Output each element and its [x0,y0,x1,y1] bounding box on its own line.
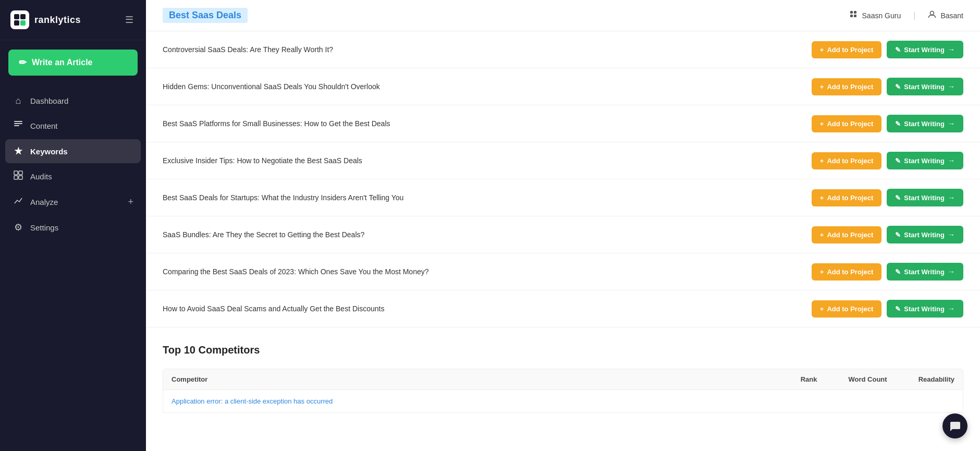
sidebar-item-label: Content [30,121,58,130]
writing-icon: ✎ [895,120,901,128]
saas-guru-label: Saasn Guru [850,10,901,20]
gear-icon: ⚙ [13,222,24,233]
add-to-project-button[interactable]: + Add to Project [812,152,881,169]
sidebar-item-label: Keywords [30,147,68,156]
article-title: SaaS Bundles: Are They the Secret to Get… [163,230,812,239]
article-actions: + Add to Project ✎ Start Writing → [812,78,963,95]
svg-rect-12 [854,11,856,14]
hamburger-button[interactable]: ☰ [123,12,136,28]
sidebar-item-content[interactable]: Content [5,114,141,138]
article-title: Controversial SaaS Deals: Are They Reall… [163,45,812,54]
add-to-project-button[interactable]: + Add to Project [812,226,881,243]
content-area: Controversial SaaS Deals: Are They Reall… [146,31,980,451]
add-to-project-button[interactable]: + Add to Project [812,78,881,95]
svg-rect-1 [20,14,26,19]
sidebar-item-audits[interactable]: Audits [5,164,141,189]
plus-icon: + [820,305,824,313]
table-row: Best SaaS Platforms for Small Businesses… [146,105,980,142]
writing-icon: ✎ [895,83,901,91]
table-row: Comparing the Best SaaS Deals of 2023: W… [146,253,980,290]
writing-icon: ✎ [895,157,901,165]
main-content: Best Saas Deals Saasn Guru | [146,0,980,451]
add-to-project-button[interactable]: + Add to Project [812,189,881,206]
article-title: Best SaaS Platforms for Small Businesses… [163,119,812,128]
svg-rect-0 [14,14,19,19]
start-writing-button[interactable]: ✎ Start Writing → [887,189,963,206]
user-icon [928,10,936,21]
start-writing-button[interactable]: ✎ Start Writing → [887,226,963,243]
article-actions: + Add to Project ✎ Start Writing → [812,300,963,318]
add-to-project-button[interactable]: + Add to Project [812,300,881,318]
topbar-separator: | [913,11,915,20]
table-row: Hidden Gems: Unconventional SaaS Deals Y… [146,68,980,105]
sidebar-item-label: Dashboard [30,96,68,105]
write-article-button[interactable]: ✏ Write an Article [8,50,138,76]
svg-rect-4 [14,121,22,122]
start-writing-button[interactable]: ✎ Start Writing → [887,263,963,281]
article-title: Comparing the Best SaaS Deals of 2023: W… [163,267,812,276]
sidebar-nav: ⌂ Dashboard Content ★ Keywords [0,85,146,243]
svg-rect-6 [14,125,19,126]
start-writing-button[interactable]: ✎ Start Writing → [887,300,963,318]
col-rank: Rank [801,375,817,383]
add-to-project-button[interactable]: + Add to Project [812,41,881,58]
article-actions: + Add to Project ✎ Start Writing → [812,41,963,58]
writing-icon: ✎ [895,305,901,313]
arrow-icon: → [948,193,955,202]
table-row: Best SaaS Deals for Startups: What the I… [146,179,980,216]
sidebar-logo: ranklytics ☰ [0,0,146,40]
add-to-project-button[interactable]: + Add to Project [812,115,881,132]
article-list: Controversial SaaS Deals: Are They Reall… [146,31,980,327]
user-label: Basant [928,10,963,21]
article-actions: + Add to Project ✎ Start Writing → [812,226,963,243]
start-writing-button[interactable]: ✎ Start Writing → [887,115,963,132]
plus-icon: + [820,231,824,239]
sidebar-item-analyze[interactable]: Analyze + [5,190,141,214]
analyze-icon [13,196,24,208]
sidebar-item-dashboard[interactable]: ⌂ Dashboard [5,89,141,113]
content-icon [13,120,24,132]
start-writing-button[interactable]: ✎ Start Writing → [887,78,963,95]
sidebar-item-label: Audits [30,172,52,181]
article-title: Best SaaS Deals for Startups: What the I… [163,193,812,202]
writing-icon: ✎ [895,194,901,202]
add-to-project-button[interactable]: + Add to Project [812,263,881,281]
table-col-right: Rank Word Count Readability [801,375,954,383]
svg-point-15 [930,11,934,15]
col-competitor: Competitor [172,375,801,383]
chat-bubble[interactable] [942,413,967,438]
start-writing-button[interactable]: ✎ Start Writing → [887,152,963,169]
svg-rect-11 [850,11,853,14]
article-title: Exclusive Insider Tips: How to Negotiate… [163,156,812,165]
arrow-icon: → [948,267,955,276]
svg-rect-14 [854,15,856,17]
plus-icon: + [128,197,133,208]
article-actions: + Add to Project ✎ Start Writing → [812,115,963,132]
svg-rect-13 [850,15,853,17]
svg-rect-7 [14,171,18,175]
plus-icon: + [820,120,824,128]
svg-rect-3 [20,20,26,26]
article-actions: + Add to Project ✎ Start Writing → [812,263,963,281]
sidebar-item-label: Analyze [30,198,58,206]
topbar: Best Saas Deals Saasn Guru | [146,0,980,31]
error-row: Application error: a client-side excepti… [163,390,963,413]
logo-text: ranklytics [34,15,81,26]
start-writing-button[interactable]: ✎ Start Writing → [887,41,963,58]
arrow-icon: → [948,230,955,239]
home-icon: ⌂ [13,95,24,106]
writing-icon: ✎ [895,268,901,276]
article-actions: + Add to Project ✎ Start Writing → [812,152,963,169]
sidebar-item-keywords[interactable]: ★ Keywords [5,139,141,163]
svg-rect-5 [14,123,22,124]
grid-icon [850,10,858,20]
audits-icon [13,170,24,182]
table-row: How to Avoid SaaS Deal Scams and Actuall… [146,290,980,327]
sidebar-item-settings[interactable]: ⚙ Settings [5,215,141,239]
sidebar-item-label: Settings [30,223,58,232]
pencil-icon: ✏ [19,57,27,68]
competitors-section: Top 10 Competitors Competitor Rank Word … [146,327,980,413]
arrow-icon: → [948,82,955,91]
plus-icon: + [820,46,824,54]
topbar-right: Saasn Guru | Basant [850,10,963,21]
